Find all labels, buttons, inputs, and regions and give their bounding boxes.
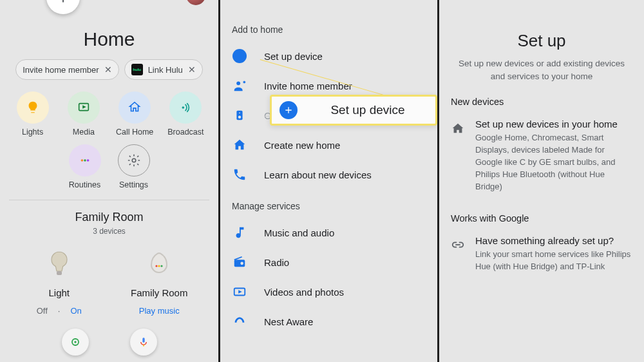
svg-point-9 [161,265,163,267]
svg-rect-14 [236,111,242,120]
divider [9,200,209,200]
chip-label: Link Hulu [148,65,183,75]
callout-set-up-device[interactable]: Set up device [270,95,437,126]
row-label: Set up device [264,51,323,62]
tile-settings[interactable]: Settings [118,144,150,189]
svg-point-13 [236,81,240,85]
chip-label: Invite home member [23,65,99,75]
row-videos[interactable]: Videos and photos [220,277,437,307]
plus-icon [232,49,247,63]
svg-point-7 [156,265,158,267]
item-title: Have something already set up? [475,235,632,246]
tile-routines[interactable]: Routines [69,144,101,189]
panel-add-manage: Add to home Set up device Invite home me… [218,0,437,362]
tile-label: Routines [69,180,100,189]
section-manage-services: Manage services [220,189,437,218]
action-play-music[interactable]: Play music [139,306,180,316]
item-title: Set up new devices in your home [475,119,632,129]
video-icon [232,285,247,299]
close-icon[interactable]: ✕ [104,64,112,75]
lightbulb-icon [17,91,49,124]
svg-rect-12 [142,338,144,343]
svg-point-3 [84,159,86,162]
music-note-icon [232,225,247,240]
section-add-to-home: Add to home [220,13,437,41]
routines-icon [69,144,101,176]
device-actions: Off · On [37,306,82,316]
room-title: Family Room [0,211,218,224]
gear-icon [118,144,150,176]
tile-label: Media [73,128,95,137]
row-label: Learn about new devices [264,169,372,180]
row-set-up-device[interactable]: Set up device [220,41,437,71]
chip-link-hulu[interactable]: hulu Link Hulu ✕ [124,59,203,80]
svg-point-15 [238,116,241,119]
radio-icon [232,255,247,269]
item-new-devices[interactable]: Set up new devices in your home Google H… [439,112,644,199]
device-label: Light [48,287,70,298]
speaker-icon [232,108,247,122]
play-icon [68,91,100,124]
callout-label: Set up device [308,103,428,117]
row-label: Videos and photos [264,287,344,298]
avatar[interactable] [186,0,205,5]
broadcast-icon [169,91,202,124]
close-icon[interactable]: ✕ [188,64,196,75]
quick-tiles: Lights Media Call Home Broadcast [0,80,218,137]
svg-point-11 [74,341,76,343]
item-desc: Link your smart home services like Phili… [475,249,632,273]
room-subtitle: 3 devices [0,227,218,236]
item-desc: Google Home, Chromecast, Smart Displays,… [475,132,632,193]
svg-point-4 [86,159,89,162]
page-title: Set up [439,31,644,51]
svg-point-8 [158,265,160,267]
section-new-devices: New devices [439,82,644,112]
device-label: Family Room [131,287,187,298]
page-title: Home [0,28,218,50]
svg-point-1 [182,106,185,109]
device-family-room[interactable]: Family Room Play music [109,245,210,316]
fab-home[interactable] [62,329,89,356]
tile-label: Lights [22,128,43,137]
svg-point-2 [80,159,83,162]
add-button[interactable] [46,0,80,14]
tile-broadcast[interactable]: Broadcast [162,91,209,137]
action-on[interactable]: On [70,306,81,316]
lightbulb-icon [41,245,78,282]
row-label: Nest Aware [264,316,313,327]
row-nest-aware[interactable]: Nest Aware [220,307,437,336]
tile-media[interactable]: Media [60,91,107,137]
top-bar [0,0,218,14]
row-music[interactable]: Music and audio [220,218,437,247]
fab-mic[interactable] [130,329,157,356]
row-label: Music and audio [264,227,334,238]
svg-point-16 [239,112,240,113]
panel-set-up: Set up Set up new devices or add existin… [437,0,644,362]
tile-label: Broadcast [167,128,204,137]
panel-home: Home Invite home member ✕ hulu Link Hulu… [0,0,218,362]
action-off[interactable]: Off [37,306,48,316]
home-icon [451,119,465,193]
device-row: Light Off · On Family Room Play music [0,236,218,316]
device-actions: Play music [139,306,180,316]
svg-point-18 [240,262,243,265]
speaker-icon [140,245,178,282]
chip-invite[interactable]: Invite home member ✕ [15,59,119,80]
plus-icon [279,101,298,119]
tile-call-home[interactable]: Call Home [111,91,158,137]
row-radio[interactable]: Radio [220,247,437,277]
hulu-icon: hulu [131,64,143,75]
tile-label: Call Home [116,128,153,137]
bottom-fabs [0,329,218,356]
link-icon [451,235,465,273]
item-works-with-google[interactable]: Have something already set up? Link your… [439,229,644,280]
quick-tiles-row-2: Routines Settings [0,144,218,189]
chip-row: Invite home member ✕ hulu Link Hulu ✕ [0,59,218,80]
section-works-with-google: Works with Google [439,199,644,229]
row-label: Create new home [264,140,340,151]
row-learn-devices[interactable]: Learn about new devices [220,160,437,189]
row-create-home[interactable]: Create new home [220,130,437,160]
svg-rect-6 [57,271,62,275]
device-light[interactable]: Light Off · On [9,245,109,316]
tile-lights[interactable]: Lights [9,91,56,137]
